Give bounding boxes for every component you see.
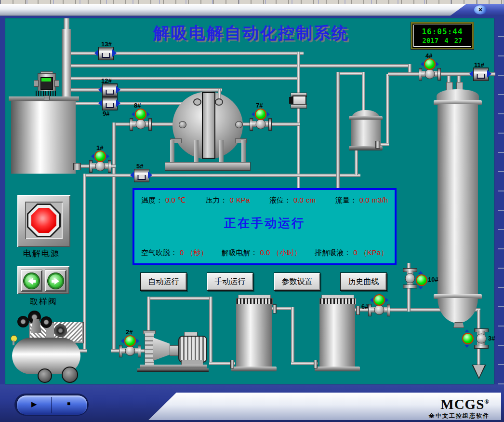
metric-label: 液位： [269,196,291,205]
sample-valve-label: 取样阀 [30,296,57,307]
valve-port-icon [252,112,254,117]
valve-port-icon [418,271,423,274]
counter-unit: （小时） [272,248,301,258]
valve-flange [474,345,489,349]
stand-leg [194,140,199,163]
motor-lug [54,80,59,87]
metric-value: 0.0 [165,196,175,205]
stand-platform [165,162,251,171]
pump-base [140,365,207,368]
valve-6[interactable] [368,294,390,315]
parameter-settings-button[interactable]: 参数设置 [274,272,320,291]
pipe-segment [336,72,365,75]
valve-13-label: 13# [101,41,112,48]
valve-open-indicator[interactable] [255,109,266,120]
pipe-segment [336,72,340,188]
sensor-flange [291,104,307,109]
stop-icon[interactable]: ■ [67,400,70,407]
counter-unit: （KPa） [360,248,388,258]
counter-value: 0 [180,248,184,258]
mcgs-tagline: 全中文工控组态软件 [429,412,490,420]
valve-12 [98,83,120,96]
valve-port-icon [436,62,439,67]
tank2-nozzle [356,306,360,315]
valve-8-label: 8# [134,102,141,109]
metric-unit: KPa [236,196,250,205]
valve-3[interactable] [474,328,489,349]
sphere-inlet-ring [215,98,223,106]
valve-hub [477,334,487,344]
clock-face: 16:05:44 2017 4 27 [413,25,471,47]
valve-open-indicator[interactable] [462,333,474,344]
scrollbar[interactable] [498,18,504,384]
valve-open-indicator[interactable] [424,58,436,70]
button-ring [47,272,64,289]
history-curve-button[interactable]: 历史曲线 [340,272,387,291]
clock-time: 16:05:44 [422,27,463,36]
valve-open-indicator[interactable] [135,109,146,120]
valve-4[interactable] [419,58,441,80]
valve-slot-icon [138,175,146,180]
storage-tank-1 [236,304,272,368]
counter-drain: 排解吸液：0（KPa） [315,248,388,258]
valve-port-icon [267,112,270,117]
counter-value: 0 [353,248,357,258]
electrolysis-tank [11,101,76,174]
mcgs-logo: MCGS® 全中文工控组态软件 [429,395,490,420]
close-button[interactable]: ✕ [474,5,487,14]
metric-label: 温度： [141,196,163,205]
valve-13 [94,47,117,59]
manual-run-button[interactable]: 手动运行 [207,272,253,291]
compressor-knob-stem [13,340,14,345]
motor-status-light [41,78,51,82]
tank2-inlet [314,360,318,368]
arrow-right-icon [54,278,59,285]
compressor-pulley [17,316,29,327]
valve-slot-icon [106,103,114,108]
valve-open-indicator[interactable] [94,150,106,162]
valve-port-icon [106,154,109,159]
pipe-segment [69,88,222,92]
valve-1[interactable] [89,150,111,172]
auto-run-button[interactable]: 自动运行 [140,272,187,291]
counters-row: 空气吹脱：0（秒） 解吸电解：0.0（小时） 排解吸液：0（KPa） [134,248,395,258]
valve-slot-icon [477,74,485,79]
valve-6-label: 6# [361,303,368,310]
sensor-tab [289,97,292,104]
metric-value: 0 [230,196,234,205]
valve-7[interactable] [250,109,272,130]
run-status-text: 正在手动运行 [134,215,395,231]
valve-open-indicator[interactable] [416,274,427,286]
valve-port-icon [112,49,117,57]
background-toolbar [0,0,504,4]
counter-unit: （秒） [186,248,208,258]
pipe-segment [362,72,365,112]
counter-desorption: 解吸电解：0.0（小时） [221,248,301,258]
metric-flow: 流量：0.0m3/h [335,196,388,205]
metric-level: 液位：0.0cm [269,196,316,205]
valve-port-icon [370,298,373,302]
valve-port-icon [91,154,94,159]
pump-inlet-column [145,333,154,367]
power-button-label: 电解电源 [23,248,60,259]
pump-base-plate [137,368,209,372]
valve-8[interactable] [130,109,152,130]
pipe-segment [209,297,212,365]
sample-valve-left-button[interactable] [21,270,42,292]
valve-5-label: 5# [136,163,143,170]
play-icon[interactable]: ▶ [31,400,37,408]
valve-2[interactable] [119,335,141,356]
footer-bar: ▶ ■ MCGS® 全中文工控组态软件 [0,384,504,422]
arrow-right-icon [52,280,55,283]
valve-open-indicator[interactable] [373,294,385,306]
clock-month: 4 [444,37,448,44]
metric-value: 0.0 [359,196,370,205]
valve-port-icon [136,339,139,343]
chimney [62,29,71,100]
valve-10[interactable] [403,268,417,288]
valve-open-indicator[interactable] [124,335,136,347]
valve-2-label: 2# [126,328,133,336]
pipe-segment [355,147,358,175]
sample-valve-right-button[interactable] [45,270,66,292]
sphere-inlet-ring [193,98,201,106]
